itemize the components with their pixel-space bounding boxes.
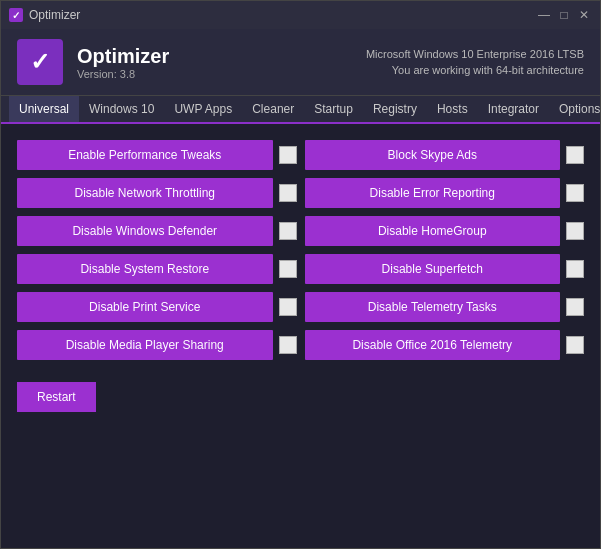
btn-row-3-left: Disable Windows Defender xyxy=(17,216,297,246)
btn-row-2-right: Disable Error Reporting xyxy=(305,178,585,208)
btn-row-2-left: Disable Network Throttling xyxy=(17,178,297,208)
app-name: Optimizer xyxy=(77,45,352,68)
disable-error-reporting-button[interactable]: Disable Error Reporting xyxy=(305,178,561,208)
restart-button[interactable]: Restart xyxy=(17,382,96,412)
main-window: ✓ Optimizer — □ ✕ ✓ Optimizer Version: 3… xyxy=(0,0,601,549)
tab-options[interactable]: Options xyxy=(549,96,601,122)
btn-row-4-left: Disable System Restore xyxy=(17,254,297,284)
btn-row-3-right: Disable HomeGroup xyxy=(305,216,585,246)
tab-windows10[interactable]: Windows 10 xyxy=(79,96,164,122)
action-button-grid: Enable Performance Tweaks Block Skype Ad… xyxy=(17,140,584,360)
tab-startup[interactable]: Startup xyxy=(304,96,363,122)
header-title: Optimizer Version: 3.8 xyxy=(77,45,352,80)
btn-row-5-left: Disable Print Service xyxy=(17,292,297,322)
checkbox-1-left[interactable] xyxy=(279,146,297,164)
checkbox-3-right[interactable] xyxy=(566,222,584,240)
enable-performance-tweaks-button[interactable]: Enable Performance Tweaks xyxy=(17,140,273,170)
tab-registry[interactable]: Registry xyxy=(363,96,427,122)
title-bar-text: Optimizer xyxy=(29,8,536,22)
disable-network-throttling-button[interactable]: Disable Network Throttling xyxy=(17,178,273,208)
btn-row-5-right: Disable Telemetry Tasks xyxy=(305,292,585,322)
disable-windows-defender-button[interactable]: Disable Windows Defender xyxy=(17,216,273,246)
app-icon: ✓ xyxy=(9,8,23,22)
checkbox-6-left[interactable] xyxy=(279,336,297,354)
tab-cleaner[interactable]: Cleaner xyxy=(242,96,304,122)
btn-row-1-right: Block Skype Ads xyxy=(305,140,585,170)
os-info: Microsoft Windows 10 Enterprise 2016 LTS… xyxy=(366,46,584,63)
title-bar: ✓ Optimizer — □ ✕ xyxy=(1,1,600,29)
logo-box: ✓ xyxy=(17,39,63,85)
content-area: Enable Performance Tweaks Block Skype Ad… xyxy=(1,124,600,548)
title-bar-controls: — □ ✕ xyxy=(536,7,592,23)
btn-row-6-left: Disable Media Player Sharing xyxy=(17,330,297,360)
header-info: Microsoft Windows 10 Enterprise 2016 LTS… xyxy=(366,46,584,79)
disable-telemetry-tasks-button[interactable]: Disable Telemetry Tasks xyxy=(305,292,561,322)
disable-media-player-sharing-button[interactable]: Disable Media Player Sharing xyxy=(17,330,273,360)
btn-row-6-right: Disable Office 2016 Telemetry xyxy=(305,330,585,360)
checkbox-4-right[interactable] xyxy=(566,260,584,278)
tab-hosts[interactable]: Hosts xyxy=(427,96,478,122)
app-header: ✓ Optimizer Version: 3.8 Microsoft Windo… xyxy=(1,29,600,96)
btn-row-1-left: Enable Performance Tweaks xyxy=(17,140,297,170)
disable-office-telemetry-button[interactable]: Disable Office 2016 Telemetry xyxy=(305,330,561,360)
tab-uwp[interactable]: UWP Apps xyxy=(164,96,242,122)
arch-info: You are working with 64-bit architecture xyxy=(366,62,584,79)
btn-row-4-right: Disable Superfetch xyxy=(305,254,585,284)
tab-bar: Universal Windows 10 UWP Apps Cleaner St… xyxy=(1,96,600,124)
checkbox-1-right[interactable] xyxy=(566,146,584,164)
close-button[interactable]: ✕ xyxy=(576,7,592,23)
checkbox-5-right[interactable] xyxy=(566,298,584,316)
checkbox-2-left[interactable] xyxy=(279,184,297,202)
minimize-button[interactable]: — xyxy=(536,7,552,23)
checkbox-2-right[interactable] xyxy=(566,184,584,202)
checkbox-4-left[interactable] xyxy=(279,260,297,278)
logo-checkmark: ✓ xyxy=(30,48,50,76)
disable-print-service-button[interactable]: Disable Print Service xyxy=(17,292,273,322)
app-version: Version: 3.8 xyxy=(77,68,352,80)
tab-integrator[interactable]: Integrator xyxy=(478,96,549,122)
checkbox-5-left[interactable] xyxy=(279,298,297,316)
disable-system-restore-button[interactable]: Disable System Restore xyxy=(17,254,273,284)
checkbox-3-left[interactable] xyxy=(279,222,297,240)
maximize-button[interactable]: □ xyxy=(556,7,572,23)
tab-universal[interactable]: Universal xyxy=(9,96,79,124)
block-skype-ads-button[interactable]: Block Skype Ads xyxy=(305,140,561,170)
checkbox-6-right[interactable] xyxy=(566,336,584,354)
disable-superfetch-button[interactable]: Disable Superfetch xyxy=(305,254,561,284)
disable-homegroup-button[interactable]: Disable HomeGroup xyxy=(305,216,561,246)
